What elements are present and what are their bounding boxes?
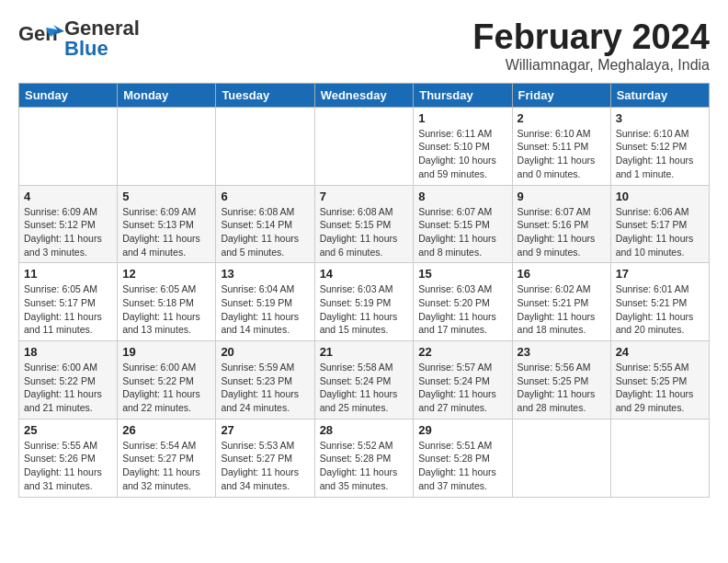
calendar-cell: 20Sunrise: 5:59 AMSunset: 5:23 PMDayligh… [216, 341, 314, 419]
calendar-cell: 15Sunrise: 6:03 AMSunset: 5:20 PMDayligh… [414, 263, 512, 341]
day-info: Sunrise: 6:01 AMSunset: 5:21 PMDaylight:… [616, 282, 704, 337]
calendar-week-3: 11Sunrise: 6:05 AMSunset: 5:17 PMDayligh… [19, 263, 710, 341]
day-number: 1 [418, 111, 506, 125]
day-number: 22 [418, 345, 506, 359]
calendar-cell: 21Sunrise: 5:58 AMSunset: 5:24 PMDayligh… [314, 341, 414, 419]
day-info: Sunrise: 6:00 AMSunset: 5:22 PMDaylight:… [24, 361, 112, 415]
calendar-header-row: SundayMondayTuesdayWednesdayThursdayFrid… [19, 83, 710, 107]
calendar-cell: 9Sunrise: 6:07 AMSunset: 5:16 PMDaylight… [512, 185, 610, 263]
calendar-cell [314, 107, 414, 185]
day-number: 29 [418, 423, 506, 437]
day-info: Sunrise: 5:52 AMSunset: 5:28 PMDaylight:… [320, 439, 409, 493]
calendar-cell [216, 107, 314, 185]
day-number: 3 [616, 111, 704, 125]
day-number: 23 [518, 345, 606, 359]
calendar-cell: 6Sunrise: 6:08 AMSunset: 5:14 PMDaylight… [216, 185, 314, 263]
calendar-cell: 22Sunrise: 5:57 AMSunset: 5:24 PMDayligh… [414, 341, 512, 419]
day-info: Sunrise: 5:51 AMSunset: 5:28 PMDaylight:… [418, 439, 506, 493]
day-number: 14 [320, 267, 409, 281]
page-header: Gen General Blue February 2024 Williamna… [18, 18, 710, 74]
day-number: 24 [616, 345, 704, 359]
calendar-week-2: 4Sunrise: 6:09 AMSunset: 5:12 PMDaylight… [19, 185, 710, 263]
calendar-cell: 14Sunrise: 6:03 AMSunset: 5:19 PMDayligh… [314, 263, 414, 341]
weekday-header-monday: Monday [118, 83, 216, 107]
day-info: Sunrise: 6:03 AMSunset: 5:20 PMDaylight:… [418, 282, 506, 337]
day-number: 25 [24, 423, 112, 437]
day-info: Sunrise: 5:57 AMSunset: 5:24 PMDaylight:… [418, 361, 506, 415]
calendar-cell: 25Sunrise: 5:55 AMSunset: 5:26 PMDayligh… [19, 419, 118, 497]
day-info: Sunrise: 5:55 AMSunset: 5:25 PMDaylight:… [616, 361, 704, 415]
day-number: 9 [518, 190, 606, 203]
calendar-cell: 10Sunrise: 6:06 AMSunset: 5:17 PMDayligh… [610, 185, 709, 263]
day-number: 15 [418, 267, 506, 281]
day-info: Sunrise: 6:11 AMSunset: 5:10 PMDaylight:… [418, 127, 506, 181]
calendar-cell: 2Sunrise: 6:10 AMSunset: 5:11 PMDaylight… [512, 107, 610, 185]
day-number: 4 [24, 190, 112, 203]
day-info: Sunrise: 6:10 AMSunset: 5:11 PMDaylight:… [518, 127, 606, 181]
day-number: 2 [518, 111, 606, 125]
day-number: 12 [122, 267, 210, 281]
calendar-cell [118, 107, 216, 185]
day-info: Sunrise: 6:07 AMSunset: 5:16 PMDaylight:… [518, 205, 606, 259]
calendar-cell: 27Sunrise: 5:53 AMSunset: 5:27 PMDayligh… [216, 419, 314, 497]
calendar-cell: 19Sunrise: 6:00 AMSunset: 5:22 PMDayligh… [118, 341, 216, 419]
weekday-header-friday: Friday [512, 83, 610, 107]
day-number: 16 [518, 267, 606, 281]
day-number: 10 [616, 190, 704, 203]
day-info: Sunrise: 6:05 AMSunset: 5:18 PMDaylight:… [122, 282, 210, 337]
day-number: 18 [24, 345, 112, 359]
logo-icon: Gen [18, 20, 64, 57]
calendar-cell: 11Sunrise: 6:05 AMSunset: 5:17 PMDayligh… [19, 263, 118, 341]
day-info: Sunrise: 5:53 AMSunset: 5:27 PMDaylight:… [221, 439, 309, 493]
day-info: Sunrise: 5:54 AMSunset: 5:27 PMDaylight:… [122, 439, 210, 493]
day-info: Sunrise: 6:04 AMSunset: 5:19 PMDaylight:… [221, 282, 309, 337]
day-number: 13 [221, 267, 309, 281]
day-number: 6 [221, 190, 309, 203]
calendar-cell: 16Sunrise: 6:02 AMSunset: 5:21 PMDayligh… [512, 263, 610, 341]
day-info: Sunrise: 5:55 AMSunset: 5:26 PMDaylight:… [24, 439, 112, 493]
day-number: 20 [221, 345, 309, 359]
day-number: 5 [122, 190, 210, 203]
calendar-cell: 24Sunrise: 5:55 AMSunset: 5:25 PMDayligh… [610, 341, 709, 419]
calendar-cell: 1Sunrise: 6:11 AMSunset: 5:10 PMDaylight… [414, 107, 512, 185]
calendar-cell: 17Sunrise: 6:01 AMSunset: 5:21 PMDayligh… [610, 263, 709, 341]
day-info: Sunrise: 6:06 AMSunset: 5:17 PMDaylight:… [616, 205, 704, 259]
weekday-header-tuesday: Tuesday [216, 83, 314, 107]
calendar-cell: 5Sunrise: 6:09 AMSunset: 5:13 PMDaylight… [118, 185, 216, 263]
day-info: Sunrise: 6:10 AMSunset: 5:12 PMDaylight:… [616, 127, 704, 181]
day-info: Sunrise: 6:08 AMSunset: 5:15 PMDaylight:… [320, 205, 409, 259]
weekday-header-sunday: Sunday [19, 83, 118, 107]
location: Williamnagar, Meghalaya, India [472, 57, 710, 74]
weekday-header-saturday: Saturday [610, 83, 709, 107]
day-info: Sunrise: 6:00 AMSunset: 5:22 PMDaylight:… [122, 361, 210, 415]
calendar-cell: 4Sunrise: 6:09 AMSunset: 5:12 PMDaylight… [19, 185, 118, 263]
calendar-cell: 12Sunrise: 6:05 AMSunset: 5:18 PMDayligh… [118, 263, 216, 341]
day-info: Sunrise: 5:56 AMSunset: 5:25 PMDaylight:… [518, 361, 606, 415]
day-number: 21 [320, 345, 409, 359]
calendar-week-4: 18Sunrise: 6:00 AMSunset: 5:22 PMDayligh… [19, 341, 710, 419]
day-info: Sunrise: 5:58 AMSunset: 5:24 PMDaylight:… [320, 361, 409, 415]
calendar-cell: 28Sunrise: 5:52 AMSunset: 5:28 PMDayligh… [314, 419, 414, 497]
weekday-header-thursday: Thursday [414, 83, 512, 107]
calendar-cell: 26Sunrise: 5:54 AMSunset: 5:27 PMDayligh… [118, 419, 216, 497]
day-number: 26 [122, 423, 210, 437]
day-info: Sunrise: 6:05 AMSunset: 5:17 PMDaylight:… [24, 282, 112, 337]
calendar-cell: 29Sunrise: 5:51 AMSunset: 5:28 PMDayligh… [414, 419, 512, 497]
calendar-week-5: 25Sunrise: 5:55 AMSunset: 5:26 PMDayligh… [19, 419, 710, 497]
day-number: 11 [24, 267, 112, 281]
calendar-cell: 23Sunrise: 5:56 AMSunset: 5:25 PMDayligh… [512, 341, 610, 419]
day-number: 28 [320, 423, 409, 437]
day-number: 19 [122, 345, 210, 359]
day-info: Sunrise: 6:09 AMSunset: 5:13 PMDaylight:… [122, 205, 210, 259]
day-info: Sunrise: 6:02 AMSunset: 5:21 PMDaylight:… [518, 282, 606, 337]
calendar-cell [512, 419, 610, 497]
calendar-cell: 8Sunrise: 6:07 AMSunset: 5:15 PMDaylight… [414, 185, 512, 263]
calendar-cell [19, 107, 118, 185]
weekday-header-wednesday: Wednesday [314, 83, 414, 107]
logo-text-general: General [64, 18, 140, 39]
logo: Gen General Blue [18, 18, 140, 59]
day-info: Sunrise: 6:09 AMSunset: 5:12 PMDaylight:… [24, 205, 112, 259]
month-title: February 2024 [472, 18, 710, 57]
logo-text-blue: Blue [64, 39, 140, 59]
day-number: 27 [221, 423, 309, 437]
